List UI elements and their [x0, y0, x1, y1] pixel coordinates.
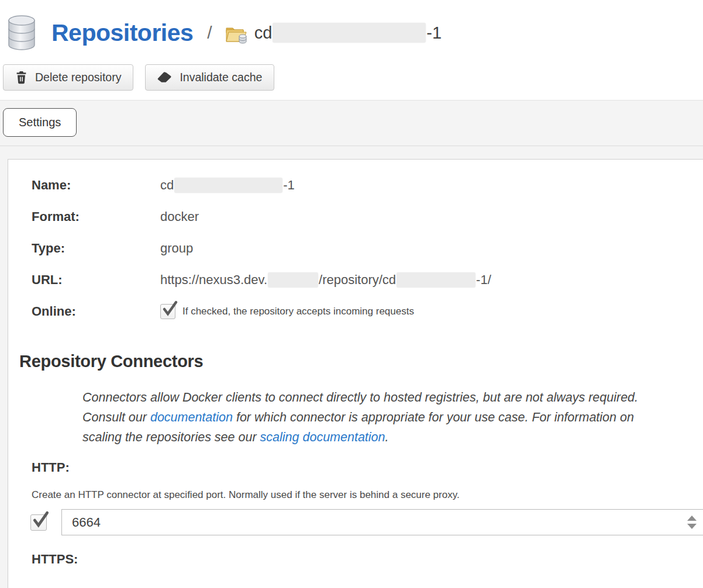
name-value-suffix: -1: [283, 178, 295, 193]
online-label: Online:: [32, 304, 160, 319]
checkmark-icon: [162, 300, 178, 317]
field-row-name: Name: cd-1: [32, 178, 703, 193]
content-area: Name: cd-1 Format: docker Type: group UR…: [0, 146, 703, 588]
http-port-input[interactable]: 6664: [61, 509, 703, 535]
page-header: Repositories / cd-1: [0, 0, 703, 56]
url-redacted-1: [268, 272, 318, 288]
format-label: Format:: [32, 209, 160, 224]
url-value: https://nexus3.dev./repository/cd-1/: [160, 272, 491, 288]
repo-name-redacted: [273, 23, 426, 43]
type-label: Type:: [32, 241, 160, 256]
http-port-value: 6664: [62, 515, 101, 530]
format-value: docker: [160, 209, 199, 224]
type-value: group: [160, 241, 193, 256]
tab-settings[interactable]: Settings: [3, 108, 77, 137]
name-label: Name:: [32, 178, 160, 193]
port-spinner[interactable]: [687, 510, 697, 535]
database-icon: [5, 15, 39, 51]
http-checkbox[interactable]: [30, 514, 47, 531]
repository-folder-icon: [225, 25, 247, 44]
scaling-documentation-link[interactable]: scaling documentation: [260, 430, 385, 444]
settings-panel: Name: cd-1 Format: docker Type: group UR…: [8, 159, 703, 588]
http-port-row: 6664: [30, 509, 703, 535]
url-redacted-2: [397, 272, 475, 288]
repo-name-suffix: -1: [426, 23, 442, 43]
delete-repository-label: Delete repository: [35, 71, 121, 84]
url-label: URL:: [32, 272, 160, 288]
desc-part3: .: [385, 430, 389, 444]
spinner-down-icon[interactable]: [687, 524, 697, 529]
field-row-type: Type: group: [32, 241, 703, 256]
delete-repository-button[interactable]: Delete repository: [3, 64, 133, 91]
name-value-prefix: cd: [160, 178, 174, 193]
online-value: If checked, the repository accepts incom…: [160, 304, 414, 319]
breadcrumb-separator: /: [207, 23, 212, 43]
field-row-url: URL: https://nexus3.dev./repository/cd-1…: [32, 272, 703, 288]
name-value-redacted: [174, 178, 282, 193]
repository-connectors-heading: Repository Connectors: [19, 352, 703, 371]
tab-strip: Settings: [0, 100, 703, 146]
spinner-up-icon[interactable]: [687, 516, 697, 521]
http-help-text: Create an HTTP connector at specified po…: [32, 489, 703, 501]
breadcrumb-repo-name: cd-1: [254, 23, 442, 43]
online-help-text: If checked, the repository accepts incom…: [182, 306, 414, 317]
repository-toolbar: Delete repository Invalidate cache: [0, 56, 703, 100]
documentation-link[interactable]: documentation: [150, 410, 233, 424]
checkmark-icon: [32, 510, 50, 529]
name-value: cd-1: [160, 178, 295, 193]
online-checkbox[interactable]: [160, 304, 175, 319]
https-label: HTTPS:: [32, 552, 703, 567]
trash-icon: [15, 71, 27, 84]
url-part1: https://nexus3.dev.: [160, 272, 267, 288]
connectors-description: Connectors allow Docker clients to conne…: [82, 388, 644, 447]
repo-name-prefix: cd: [254, 23, 273, 43]
page-title[interactable]: Repositories: [51, 19, 193, 47]
field-row-format: Format: docker: [32, 209, 703, 224]
invalidate-cache-label: Invalidate cache: [180, 71, 262, 84]
url-part2: /repository/cd: [319, 272, 396, 288]
invalidate-cache-button[interactable]: Invalidate cache: [145, 64, 274, 91]
field-row-online: Online: If checked, the repository accep…: [32, 304, 703, 319]
http-label: HTTP:: [32, 460, 703, 475]
eraser-icon: [157, 71, 172, 84]
url-part3: -1/: [476, 272, 491, 288]
